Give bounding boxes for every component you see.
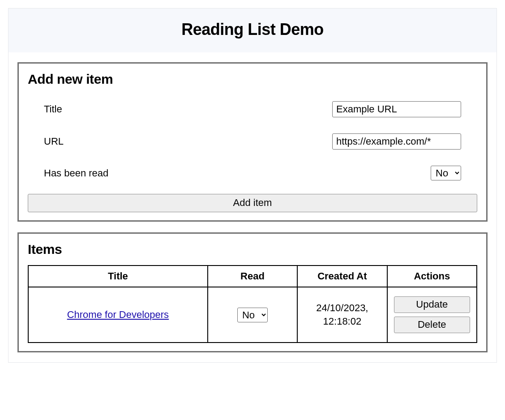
col-header-title: Title [28,266,208,287]
add-item-panel: Add new item Title URL [17,62,488,222]
title-label: Title [44,103,62,115]
add-item-heading: Add new item [28,72,477,87]
title-input[interactable] [332,101,461,117]
col-header-created-at: Created At [297,266,387,287]
has-been-read-select[interactable]: NoYes [431,166,461,180]
content-area: Add new item Title URL [9,52,496,362]
item-title-link[interactable]: Chrome for Developers [67,309,169,320]
row-read-select[interactable]: NoYes [237,308,268,322]
app-card: Reading List Demo Add new item Title URL [8,8,497,363]
page-header: Reading List Demo [9,9,496,52]
url-label: URL [44,136,64,147]
items-table: Title Read Created At Actions Chrome for… [28,265,477,343]
col-header-read: Read [208,266,297,287]
update-button[interactable]: Update [394,296,470,313]
table-row: Chrome for Developers NoYes 24/10/2023, … [28,287,477,343]
items-panel: Items Title Read Created At Actions Chro… [17,232,488,352]
col-header-actions: Actions [387,266,477,287]
page-title: Reading List Demo [17,20,488,39]
created-at-line2: 12:18:02 [323,316,362,327]
items-heading: Items [28,242,477,257]
delete-button[interactable]: Delete [394,317,470,333]
created-at-value: 24/10/2023, 12:18:02 [301,301,383,328]
url-input[interactable] [332,133,461,150]
add-item-button[interactable]: Add item [28,194,477,212]
created-at-line1: 24/10/2023, [316,302,368,313]
add-item-form: Title URL Has been read [28,95,477,190]
has-been-read-label: Has been read [44,167,108,179]
